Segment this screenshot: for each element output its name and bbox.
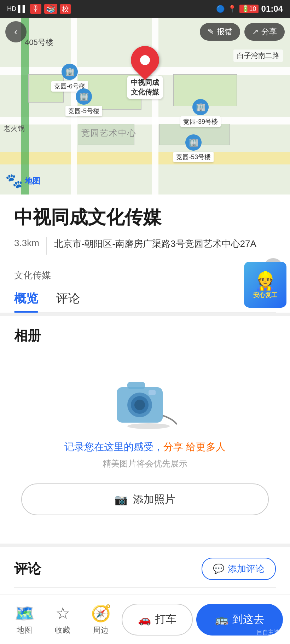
status-left: HD ▌▌ 🎙 📚 校 bbox=[7, 4, 71, 14]
poi-b39[interactable]: 🏢 竞园-39号楼 bbox=[180, 99, 221, 127]
pin-circle bbox=[125, 40, 165, 80]
camera-illustration bbox=[110, 370, 180, 430]
tab-reviews-label: 评论 bbox=[56, 291, 80, 305]
map-top-bar: ‹ ✎ 报错 ↗ 分享 bbox=[0, 21, 290, 42]
svg-point-3 bbox=[134, 400, 145, 410]
map-nav-icon: 🗺️ bbox=[14, 604, 35, 623]
poi-b5-label: 竞园-5号楼 bbox=[65, 106, 102, 116]
map-label-artcenter: 竞园艺术中心 bbox=[81, 127, 137, 139]
map-area[interactable]: ‹ ✎ 报错 ↗ 分享 白子湾南二路 405号楼 老火锅 竞园艺术中心 中 bbox=[0, 18, 290, 195]
taxi-button[interactable]: 🚗 打车 bbox=[122, 604, 192, 636]
battery-icon: 🔋10 bbox=[239, 5, 259, 13]
album-prompt-highlight: 分享 给更多人 bbox=[163, 441, 226, 452]
nav-item-nearby[interactable]: 🧭 周边 bbox=[83, 604, 118, 636]
poi-b53-icon: 🏢 bbox=[185, 134, 202, 151]
tab-overview-label: 概览 bbox=[14, 291, 38, 305]
poi-b5[interactable]: 🏢 竞园-5号楼 bbox=[65, 88, 102, 116]
nav-item-favorite[interactable]: ☆ 收藏 bbox=[45, 604, 80, 636]
status-right: 🔵 📍 🔋10 01:04 bbox=[216, 4, 283, 14]
category-text: 文化传媒 bbox=[14, 269, 276, 282]
favorite-nav-label: 收藏 bbox=[55, 625, 70, 636]
info-divider bbox=[46, 237, 47, 255]
taxi-icon: 🚗 bbox=[138, 613, 151, 626]
nearby-nav-label: 周边 bbox=[93, 625, 109, 636]
mic-icon: 🎙 bbox=[30, 4, 41, 14]
album-title: 相册 bbox=[14, 327, 276, 345]
comment-divider bbox=[14, 587, 276, 588]
poi-b6[interactable]: 🏢 竞园-6号楼 bbox=[51, 64, 88, 92]
goto-icon: 🚌 bbox=[215, 613, 228, 626]
distance-badge: 3.3km bbox=[14, 237, 39, 249]
share-label: 分享 bbox=[261, 27, 277, 37]
poi-b39-icon: 🏢 bbox=[192, 99, 209, 115]
road-h3-wide bbox=[0, 152, 290, 164]
app-icon: 校 bbox=[60, 4, 71, 14]
map-nav-label: 地图 bbox=[17, 625, 32, 636]
taxi-label: 打车 bbox=[155, 612, 176, 627]
album-prompt-text: 记录您在这里的感受，分享 给更多人 bbox=[64, 440, 226, 454]
back-icon: ‹ bbox=[14, 26, 17, 37]
poi-b53[interactable]: 🏢 竞园-53号楼 bbox=[173, 134, 214, 162]
road-v3 bbox=[152, 18, 158, 195]
worker-badge-label: 安心复工 bbox=[253, 291, 277, 299]
school-icon: 📚 bbox=[44, 4, 57, 14]
baidu-logo: 🐾 地图 bbox=[5, 173, 40, 189]
map-label-hotpot: 老火锅 bbox=[4, 124, 25, 133]
bluetooth-icon: 🔵 bbox=[216, 5, 225, 13]
svg-rect-4 bbox=[127, 382, 145, 389]
goto-button[interactable]: 🚌 到这去 目自主选 bbox=[196, 604, 283, 636]
report-button[interactable]: ✎ 报错 bbox=[200, 23, 240, 41]
map-action-buttons: ✎ 报错 ↗ 分享 bbox=[200, 23, 285, 41]
album-sub-text: 精美图片将会优先展示 bbox=[103, 458, 187, 469]
comment-header: 评论 💬 添加评论 bbox=[14, 558, 276, 580]
add-comment-icon: 💬 bbox=[213, 563, 224, 574]
comment-section: 评论 💬 添加评论 bbox=[0, 544, 290, 598]
poi-b39-label: 竞园-39号楼 bbox=[180, 116, 221, 127]
back-button[interactable]: ‹ bbox=[5, 21, 27, 42]
album-section: 相册 bbox=[0, 313, 290, 544]
time-display: 01:04 bbox=[261, 4, 283, 14]
road-h2 bbox=[0, 117, 290, 124]
place-name: 中视同成文化传媒 bbox=[14, 205, 276, 230]
baidu-text: 地图 bbox=[25, 176, 40, 186]
pin-label-line2: 文化传媒 bbox=[131, 87, 159, 97]
report-label: 报错 bbox=[217, 27, 232, 37]
report-icon: ✎ bbox=[208, 27, 214, 36]
tab-reviews[interactable]: 评论 bbox=[56, 290, 80, 312]
nav-item-map[interactable]: 🗺️ 地图 bbox=[7, 604, 42, 636]
bottom-nav: 🗺️ 地图 ☆ 收藏 🧭 周边 🚗 打车 🚌 到这去 目自主选 bbox=[0, 594, 290, 644]
tab-overview[interactable]: 概览 bbox=[14, 290, 38, 312]
share-icon: ↗ bbox=[252, 27, 259, 36]
share-button[interactable]: ↗ 分享 bbox=[244, 23, 285, 41]
nearby-nav-icon: 🧭 bbox=[91, 604, 111, 623]
album-empty-state: 记录您在这里的感受，分享 给更多人 精美图片将会优先展示 📷 添加照片 bbox=[14, 355, 276, 533]
add-photo-icon: 📷 bbox=[115, 493, 128, 506]
main-pin-marker: 中视同成 文化传媒 bbox=[127, 46, 163, 99]
goto-sub-label: 目自主选 bbox=[257, 629, 279, 636]
favorite-nav-icon: ☆ bbox=[56, 604, 70, 623]
worker-badge-inner: 👷 安心复工 bbox=[244, 262, 286, 308]
road-label: 白子湾南二路 bbox=[233, 50, 283, 62]
add-comment-label: 添加评论 bbox=[228, 563, 265, 575]
signal-text: HD ▌▌ bbox=[7, 5, 27, 13]
add-comment-button[interactable]: 💬 添加评论 bbox=[202, 558, 276, 580]
place-info-row: 3.3km 北京市-朝阳区-南磨房广渠路3号竞园艺术中心27A bbox=[14, 237, 276, 262]
location-icon: 📍 bbox=[228, 5, 237, 13]
baidu-paw-icon: 🐾 bbox=[5, 173, 23, 189]
worker-badge[interactable]: 👷 安心复工 bbox=[244, 262, 290, 311]
goto-label: 到这去 bbox=[232, 612, 264, 627]
tabs-bar: 概览 评论 bbox=[14, 290, 276, 313]
comment-title: 评论 bbox=[14, 560, 41, 578]
worker-figure-icon: 👷 bbox=[254, 271, 276, 291]
poi-b6-icon: 🏢 bbox=[62, 64, 78, 80]
poi-b53-label: 竞园-53号楼 bbox=[173, 152, 214, 162]
svg-point-6 bbox=[127, 423, 170, 429]
svg-rect-5 bbox=[149, 390, 156, 395]
poi-b5-icon: 🏢 bbox=[76, 88, 92, 105]
album-prompt-normal: 记录您在这里的感受， bbox=[64, 441, 163, 452]
address-text: 北京市-朝阳区-南磨房广渠路3号竞园艺术中心27A bbox=[54, 237, 256, 251]
status-bar: HD ▌▌ 🎙 📚 校 🔵 📍 🔋10 01:04 bbox=[0, 0, 290, 18]
add-photo-button[interactable]: 📷 添加照片 bbox=[21, 483, 269, 515]
add-photo-label: 添加照片 bbox=[133, 492, 175, 507]
